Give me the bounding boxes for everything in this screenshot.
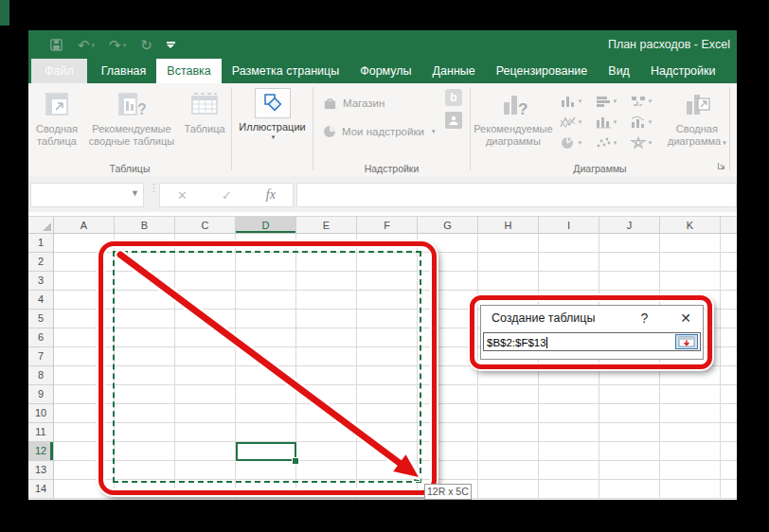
dropdown-arrow-icon[interactable]: ▼ [131, 188, 139, 198]
column-header-C[interactable]: C [175, 217, 236, 234]
table-range-value: $B$2:$F$13 [484, 334, 546, 351]
tab-insert[interactable]: Вставка [156, 59, 221, 83]
dropdown-arrow-icon[interactable]: ▾ [123, 38, 127, 52]
select-all-icon [43, 222, 51, 231]
tab-page-layout[interactable]: Разметка страницы [222, 59, 349, 83]
ribbon-group-tables: Сводная таблица ? Рекомендуемые сводные … [28, 83, 231, 176]
tab-home[interactable]: Главная [91, 59, 157, 83]
row-header-9[interactable]: 9 [28, 385, 54, 404]
row-header-14[interactable]: 14 [28, 480, 54, 499]
ribbon-group-charts: ? Рекомендуемые диаграммы ▾ ▾ ▾ [471, 83, 729, 176]
line-chart-button[interactable]: ▾ [560, 113, 591, 131]
illustrations-icon [255, 88, 291, 118]
row-header-8[interactable]: 8 [28, 366, 54, 385]
save-button[interactable] [49, 38, 63, 52]
row-headers: 1234567891011121314 [28, 234, 54, 499]
formula-input[interactable] [296, 183, 737, 207]
range-picker-button[interactable] [675, 334, 698, 349]
ribbon-tab-bar: Файл Главная Вставка Разметка страницы Ф… [28, 59, 737, 83]
dialog-title-bar: Создание таблицы ? ✕ [481, 306, 703, 330]
table-range-input[interactable]: $B$2:$F$13 [483, 332, 701, 351]
ribbon: Сводная таблица ? Рекомендуемые сводные … [28, 83, 737, 177]
customize-qat-icon [167, 42, 175, 44]
column-header-F[interactable]: F [357, 217, 418, 234]
row-header-10[interactable]: 10 [28, 404, 54, 423]
hierarchy-chart-button[interactable]: ▾ [630, 92, 661, 110]
pivot-chart-button[interactable]: Сводная диаграмма▾ [665, 86, 729, 149]
tab-review[interactable]: Рецензирование [486, 59, 599, 83]
select-all-button[interactable] [28, 217, 54, 234]
table-button[interactable]: Таблица [178, 86, 231, 135]
pie-chart-icon [560, 136, 577, 150]
dialog-help-button[interactable]: ? [640, 310, 648, 326]
text-cursor [546, 337, 547, 348]
annotation-rectangle-grid [98, 241, 437, 495]
screenshot-root: { "titlebar": { "title": "План расходов … [0, 0, 769, 532]
row-header-13[interactable]: 13 [28, 461, 54, 480]
recommended-pivot-icon: ? [117, 88, 146, 120]
row-header-4[interactable]: 4 [28, 291, 54, 310]
pivot-table-button[interactable]: Сводная таблица [28, 86, 85, 148]
pie-chart-button[interactable]: ▾ [560, 133, 591, 151]
column-chart-button[interactable]: ▾ [560, 92, 591, 110]
customize-qat-button[interactable] [167, 42, 175, 48]
recommended-pivot-button[interactable]: ? Рекомендуемые сводные таблицы [85, 86, 178, 148]
formula-bar: ▼ ⋮ ✕ ✓ fx [28, 176, 737, 212]
column-header-J[interactable]: J [599, 217, 660, 234]
illustrations-button[interactable]: Иллюстрации ▾ [232, 86, 313, 141]
column-header-D[interactable]: D [236, 217, 296, 234]
table-label: Таблица [184, 123, 224, 135]
save-icon [49, 38, 63, 52]
row-header-5[interactable]: 5 [28, 310, 54, 328]
row-header-12[interactable]: 12 [28, 442, 54, 461]
column-header-A[interactable]: A [54, 217, 115, 234]
column-chart-icon [560, 95, 577, 108]
row-header-6[interactable]: 6 [28, 328, 54, 347]
scatter-chart-button[interactable]: ▾ [595, 133, 626, 151]
my-addins-button[interactable]: Мои надстройки ▾ [323, 120, 435, 142]
row-header-1[interactable]: 1 [28, 234, 54, 253]
row-header-7[interactable]: 7 [28, 347, 54, 366]
undo-button[interactable]: ↶▾ [78, 38, 95, 52]
column-header-G[interactable]: G [418, 217, 478, 234]
dropdown-arrow-icon[interactable]: ▾ [92, 38, 96, 52]
cancel-button[interactable]: ✕ [177, 188, 188, 203]
column-header-K[interactable]: K [660, 217, 721, 234]
group-label-charts: Диаграммы [471, 162, 729, 176]
store-button[interactable]: Магазин [323, 92, 384, 114]
group-label-addins: Надстройки [313, 162, 470, 176]
tab-data[interactable]: Данные [422, 59, 486, 83]
radar-chart-button[interactable]: ▾ [630, 133, 661, 151]
row-header-2[interactable]: 2 [28, 253, 54, 272]
bing-maps-icon[interactable]: b [445, 89, 462, 106]
name-box[interactable]: ▼ [30, 183, 144, 207]
column-header-partial[interactable] [721, 217, 737, 234]
enter-button[interactable]: ✓ [222, 188, 232, 203]
recommended-pivot-label: Рекомендуемые сводные таблицы [85, 123, 178, 148]
dialog-launcher-icon[interactable] [717, 160, 726, 174]
bar-chart-button[interactable]: ▾ [595, 92, 626, 110]
column-header-B[interactable]: B [115, 217, 175, 234]
refresh-button[interactable]: ↻ [140, 38, 152, 52]
column-header-E[interactable]: E [296, 217, 357, 234]
column-header-H[interactable]: H [478, 217, 539, 234]
row-header-11[interactable]: 11 [28, 423, 54, 442]
quick-access-toolbar: ↶▾ ↷▾ ↻ [49, 30, 175, 59]
ribbon-group-illustrations: Иллюстрации ▾ [232, 83, 313, 176]
column-header-I[interactable]: I [539, 217, 599, 234]
insert-function-button[interactable]: fx [266, 187, 276, 203]
column-3d-chart-button[interactable]: ▾ [595, 113, 626, 131]
pivot-table-icon [44, 88, 70, 120]
redo-icon: ↷ [109, 38, 121, 52]
tab-file[interactable]: Файл [31, 59, 87, 83]
combo-chart-button[interactable]: ▾ [630, 113, 661, 131]
dialog-close-button[interactable]: ✕ [680, 310, 691, 326]
tab-formulas[interactable]: Формулы [349, 59, 421, 83]
row-header-3[interactable]: 3 [28, 272, 54, 291]
recommended-charts-button[interactable]: ? Рекомендуемые диаграммы [471, 86, 556, 148]
redo-button[interactable]: ↷▾ [109, 38, 126, 52]
tab-view[interactable]: Вид [598, 59, 640, 83]
tab-addins[interactable]: Надстройки [640, 59, 726, 83]
people-graph-icon[interactable] [445, 112, 462, 129]
group-label-illustrations [232, 162, 313, 176]
